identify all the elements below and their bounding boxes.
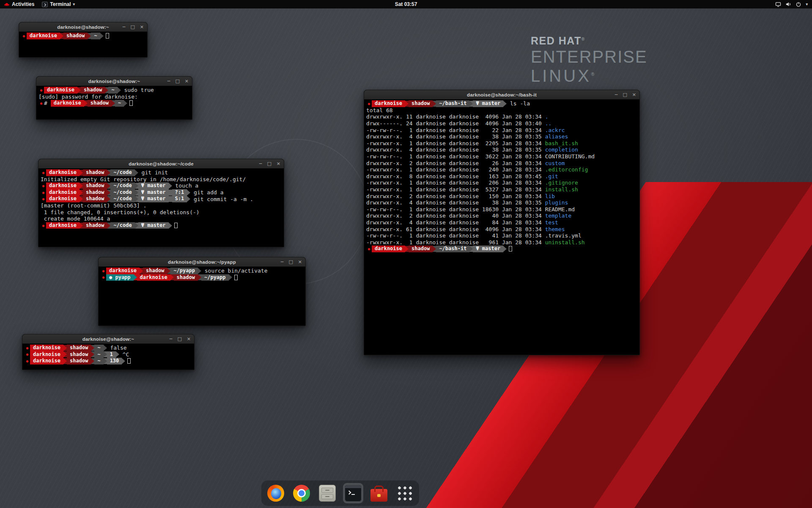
terminal-body[interactable]: ●darknoiseshadow~/bash-itΨ master ls -la…	[364, 99, 639, 355]
prompt-segment: S:1	[172, 196, 187, 202]
maximize-button[interactable]: □	[175, 79, 179, 83]
distro-icon: ●	[25, 352, 30, 356]
prompt-segment: shadow	[67, 358, 91, 364]
minimize-button[interactable]: ─	[167, 79, 170, 83]
maximize-button[interactable]: □	[267, 161, 271, 166]
terminal-text: completion	[545, 146, 578, 153]
minimize-button[interactable]: ─	[123, 25, 126, 29]
powerline-arrow	[63, 351, 67, 357]
powerline-arrow	[469, 101, 473, 107]
window-titlebar[interactable]: darknoise@shadow:~ ─ □ ×	[19, 22, 147, 32]
terminal-text: drwxrwxr-x. 4 darknoise darknoise 38 Jan…	[366, 146, 545, 153]
prompt-segment: ~/code	[110, 169, 134, 176]
terminal-line: create mode 100644 a	[41, 215, 282, 222]
terminal-line: drwxrwxr-x. 4 darknoise darknoise 38 Jan…	[366, 146, 637, 153]
terminal-text: -rw-rw-r--. 1 darknoise darknoise 22 Jan…	[366, 127, 545, 133]
minimize-button[interactable]: ─	[259, 161, 262, 166]
minimize-button[interactable]: ─	[170, 337, 173, 341]
powerline-arrow	[112, 100, 115, 106]
prompt-segment: shadow	[174, 274, 198, 281]
prompt-segment: shadow	[409, 100, 433, 107]
powerline-arrow	[135, 190, 138, 196]
git-branch-segment: Ψ master	[138, 182, 169, 189]
prompt-segment: ~	[115, 100, 124, 107]
maximize-button[interactable]: □	[623, 92, 627, 97]
prompt-segment: darknoise	[51, 100, 84, 107]
powerline-arrow	[469, 246, 473, 252]
terminal-body[interactable]: ●darknoiseshadow~ sudo true[sudo] passwo…	[36, 86, 192, 119]
terminal-line: ●darknoiseshadow~/code git init	[41, 169, 282, 176]
prompt-segment: ~	[94, 358, 103, 364]
dock-app-grid-icon[interactable]	[395, 483, 415, 503]
maximize-button[interactable]: □	[130, 25, 134, 29]
close-button[interactable]: ×	[298, 260, 302, 264]
terminal-line: drwxrwxr-x. 4 darknoise darknoise 38 Jan…	[366, 133, 637, 140]
terminal-line: ●darknoiseshadow~/bash-itΨ master	[366, 246, 637, 252]
window-titlebar[interactable]: darknoise@shadow:~/pyapp ─ □ ×	[99, 257, 305, 267]
distro-icon: ●	[25, 359, 30, 363]
close-button[interactable]: ×	[187, 337, 191, 341]
powerline-arrow	[169, 196, 172, 202]
distro-icon: ●	[366, 102, 372, 106]
close-button[interactable]: ×	[277, 161, 280, 166]
app-menu[interactable]: Terminal ▾	[38, 0, 79, 8]
window-titlebar[interactable]: darknoise@shadow:~ ─ □ ×	[22, 334, 194, 344]
terminal-body[interactable]: ●darknoiseshadow~ false●darknoiseshadow~…	[22, 344, 194, 370]
window-titlebar[interactable]: darknoise@shadow:~ ─ □ ×	[36, 77, 192, 86]
power-icon[interactable]	[796, 1, 801, 7]
chevron-down-icon[interactable]: ▾	[806, 2, 808, 6]
terminal-line: ●# darknoiseshadow~	[38, 100, 190, 107]
clock[interactable]: Sat 03:57	[395, 1, 417, 7]
powerline-arrow	[107, 190, 110, 196]
prompt-segment: shadow	[409, 246, 433, 252]
prompt-segment: shadow	[67, 351, 91, 358]
terminal-text: drwxrwxr-x. 4 darknoise darknoise 38 Jan…	[366, 199, 545, 206]
powerline-arrow	[118, 87, 121, 93]
terminal-text: drwxrwxr-x. 8 darknoise darknoise 163 Ja…	[366, 173, 545, 179]
terminal-text: drwxrwxr-x. 4 darknoise darknoise 84 Jan…	[366, 219, 545, 226]
dock-firefox-icon[interactable]	[266, 483, 286, 503]
distro-icon: ●	[21, 34, 27, 38]
powerline-arrow	[169, 223, 172, 229]
volume-icon[interactable]	[785, 1, 791, 7]
terminal-app-icon	[42, 2, 48, 7]
terminal-line: -rwxrwxr-x. 1 darknoise darknoise 240 Ja…	[366, 166, 637, 173]
powerline-arrow	[104, 351, 107, 357]
close-button[interactable]: ×	[140, 25, 144, 29]
window-titlebar[interactable]: darknoise@shadow:~/bash-it ─ □ ×	[364, 90, 639, 99]
powerline-arrow	[122, 358, 125, 364]
terminal-window: darknoise@shadow:~/pyapp ─ □ × ●darknois…	[98, 257, 306, 326]
minimize-button[interactable]: ─	[615, 92, 618, 97]
terminal-body[interactable]: ●darknoiseshadow~/code git initInitializ…	[38, 168, 284, 247]
powerline-arrow	[91, 351, 94, 357]
close-button[interactable]: ×	[632, 92, 636, 97]
close-button[interactable]: ×	[185, 79, 189, 83]
distro-icon: ●	[38, 88, 44, 92]
terminal-line: Initialized empty Git repository in /hom…	[41, 176, 282, 183]
window-titlebar[interactable]: darknoise@shadow:~/code ─ □ ×	[38, 159, 284, 168]
terminal-text: aliases	[545, 133, 568, 140]
distro-icon: ●	[101, 269, 106, 273]
powerline-arrow	[140, 268, 143, 274]
dock-chrome-icon[interactable]	[291, 483, 312, 503]
dock-files-icon[interactable]	[317, 483, 337, 503]
maximize-button[interactable]: □	[288, 260, 293, 264]
activities-button[interactable]: Activities	[0, 0, 38, 8]
terminal-text: test	[545, 219, 558, 226]
prompt-segment: darknoise	[46, 196, 80, 202]
display-icon[interactable]	[775, 1, 781, 7]
terminal-body[interactable]: ●darknoiseshadow~/pyapp source bin/activ…	[99, 267, 305, 326]
terminal-body[interactable]: ●darknoiseshadow~	[19, 32, 147, 57]
powerline-arrow	[135, 196, 138, 202]
dock-toolbox-icon[interactable]	[369, 483, 389, 503]
prompt-segment: shadow	[83, 189, 107, 196]
minimize-button[interactable]: ─	[281, 260, 284, 264]
window-title: darknoise@shadow:~/pyapp	[168, 260, 236, 265]
prompt-segment: darknoise	[372, 246, 405, 252]
dock-terminal-icon[interactable]	[343, 483, 363, 503]
distro-icon: ●	[41, 184, 46, 188]
prompt-segment: shadow	[81, 87, 105, 94]
prompt-segment: ~/bash-it	[436, 100, 469, 107]
terminal-window: darknoise@shadow:~ ─ □ × ●darknoiseshado…	[36, 76, 192, 120]
maximize-button[interactable]: □	[177, 337, 181, 341]
